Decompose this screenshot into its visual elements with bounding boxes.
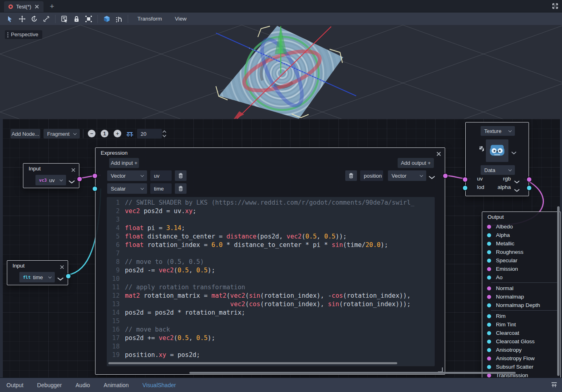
input-port[interactable] xyxy=(487,242,491,246)
scene-tab-bar: Test(*) + xyxy=(0,0,562,12)
close-node-icon[interactable] xyxy=(71,166,75,174)
perspective-menu[interactable]: Perspective xyxy=(5,30,42,39)
output-name-field[interactable]: position xyxy=(360,170,383,181)
input-port-time[interactable] xyxy=(93,187,97,191)
fullscreen-icon[interactable] xyxy=(552,3,558,11)
select-tool-icon[interactable] xyxy=(4,14,16,24)
view-menu[interactable]: View xyxy=(168,16,193,22)
expression-code-editor[interactable]: 1// SWIRL SHADER by LKS (https://www.red… xyxy=(107,197,435,366)
transform-menu[interactable]: Transform xyxy=(131,16,168,22)
delete-input-button[interactable] xyxy=(175,170,187,181)
input-port[interactable] xyxy=(487,250,491,254)
delete-output-button[interactable] xyxy=(345,170,357,181)
add-node-button[interactable]: Add Node... xyxy=(10,129,40,139)
input-port[interactable] xyxy=(487,295,491,299)
input-source-dropdown[interactable]: flt time xyxy=(19,272,55,282)
input-port[interactable] xyxy=(487,365,491,369)
input-port[interactable] xyxy=(487,340,491,344)
move-tool-icon[interactable] xyxy=(16,14,28,24)
expand-bottom-panel-icon[interactable] xyxy=(551,382,558,390)
bottom-tab-debugger[interactable]: Debugger xyxy=(37,382,62,388)
bottom-panel-bar: OutputDebuggerAudioAnimationVisualShader xyxy=(0,377,562,392)
input-name-field[interactable]: time xyxy=(150,183,172,194)
input-port-uv[interactable] xyxy=(93,174,97,178)
input-port[interactable] xyxy=(487,348,491,352)
output-port-row: Ao xyxy=(482,273,560,282)
collapse-preview-icon[interactable] xyxy=(57,275,64,282)
input-port[interactable] xyxy=(487,373,491,377)
expression-node[interactable]: Expression Add input + Add output + Vect… xyxy=(95,147,445,375)
output-type-dropdown[interactable]: Vector xyxy=(388,170,426,181)
viewport-3d[interactable]: Perspective xyxy=(0,25,562,119)
input-port-lod[interactable] xyxy=(463,186,467,190)
input-port-uv[interactable] xyxy=(463,177,467,182)
output-port-row: Clearcoat Gloss xyxy=(482,337,560,346)
bottom-tab-visualshader[interactable]: VisualShader xyxy=(143,382,176,388)
input-port[interactable] xyxy=(487,323,491,327)
shader-mode-dropdown[interactable]: Fragment xyxy=(44,129,80,139)
output-port[interactable] xyxy=(77,177,82,181)
local-space-cube-icon[interactable] xyxy=(101,14,113,24)
add-input-button[interactable]: Add input + xyxy=(109,158,139,168)
output-node[interactable]: Output AlbedoAlphaMetallicRoughnessSpecu… xyxy=(482,212,561,377)
node-title: Input xyxy=(29,166,41,172)
collapse-preview-icon[interactable] xyxy=(68,178,75,185)
input-port[interactable] xyxy=(487,303,491,307)
rotate-tool-icon[interactable] xyxy=(28,14,40,24)
input-port[interactable] xyxy=(487,286,491,290)
texture-source-dropdown[interactable]: Texture xyxy=(481,126,515,136)
input-port[interactable] xyxy=(487,357,491,361)
texture-node[interactable]: Texture Data xyxy=(465,122,529,196)
lock-icon[interactable] xyxy=(71,14,83,24)
output-port-position[interactable] xyxy=(443,174,448,178)
texture-preview-button[interactable] xyxy=(486,139,508,162)
output-port[interactable] xyxy=(66,274,71,278)
collapse-port-icon[interactable] xyxy=(514,178,520,185)
input-port[interactable] xyxy=(487,267,491,271)
input-type-dropdown[interactable]: Scalar xyxy=(107,183,147,194)
snap-distance-spinbox[interactable]: 20 xyxy=(137,129,162,139)
input-name-field[interactable]: uv xyxy=(150,170,172,181)
graph-vertical-scrollbar[interactable] xyxy=(557,206,560,376)
input-port[interactable] xyxy=(487,314,491,318)
code-horizontal-scrollbar[interactable] xyxy=(108,362,397,364)
output-port-row: Roughness xyxy=(482,248,560,256)
bottom-tab-audio[interactable]: Audio xyxy=(76,382,90,388)
spinbox-stepper[interactable] xyxy=(162,129,167,140)
visual-shader-graph[interactable]: Add Node... Fragment − 1 + 20 Input vc xyxy=(0,119,562,377)
input-port[interactable] xyxy=(487,233,491,237)
snap-toggle-icon[interactable] xyxy=(126,130,134,139)
output-port-rgb[interactable] xyxy=(527,177,531,182)
graph-horizontal-scrollbar[interactable] xyxy=(189,372,516,374)
input-port[interactable] xyxy=(487,276,491,280)
new-tab-button[interactable]: + xyxy=(50,2,54,12)
collapse-port-icon[interactable] xyxy=(514,187,520,194)
snap-mode-icon[interactable] xyxy=(113,14,125,24)
add-output-button[interactable]: Add output + xyxy=(398,158,434,168)
texture-data-dropdown[interactable]: Data xyxy=(481,165,515,175)
group-icon[interactable] xyxy=(83,14,95,24)
delete-input-button[interactable] xyxy=(175,183,187,194)
zoom-out-button[interactable]: − xyxy=(88,130,95,137)
input-source-dropdown[interactable]: vc3 uv xyxy=(35,175,66,185)
expand-preview-icon[interactable] xyxy=(511,149,516,156)
bottom-tab-animation[interactable]: Animation xyxy=(104,382,129,388)
close-node-icon[interactable] xyxy=(436,151,441,158)
scene-tab-test[interactable]: Test(*) xyxy=(4,1,44,12)
input-port[interactable] xyxy=(487,331,491,335)
scale-tool-icon[interactable] xyxy=(40,14,52,24)
input-uv-node[interactable]: Input vc3 uv xyxy=(23,163,79,188)
input-port[interactable] xyxy=(487,225,491,229)
close-tab-icon[interactable] xyxy=(35,4,39,9)
list-select-icon[interactable] xyxy=(58,14,71,24)
output-port-alpha[interactable] xyxy=(527,186,531,190)
edit-texture-icon[interactable] xyxy=(479,146,485,154)
close-node-icon[interactable] xyxy=(60,263,64,271)
zoom-reset-button[interactable]: 1 xyxy=(101,130,108,137)
collapse-preview-icon[interactable] xyxy=(429,174,435,181)
bottom-tab-output[interactable]: Output xyxy=(6,382,23,388)
zoom-in-button[interactable]: + xyxy=(114,130,121,137)
input-type-dropdown[interactable]: Vector xyxy=(107,170,147,181)
input-port[interactable] xyxy=(487,259,491,263)
input-time-node[interactable]: Input flt time xyxy=(7,260,68,285)
